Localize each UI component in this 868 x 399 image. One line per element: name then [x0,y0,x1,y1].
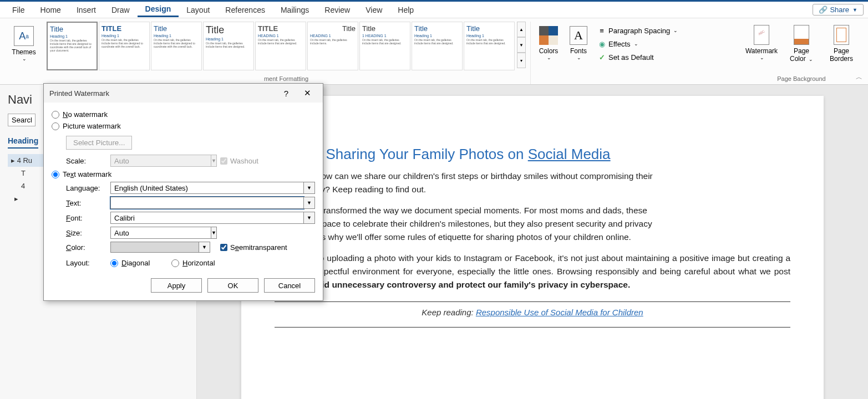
semitransparent-checkbox[interactable] [220,244,227,251]
gallery-expand[interactable]: ▾ [517,53,526,68]
dropdown-button[interactable]: ▼ [304,182,315,194]
horizontal-label: Horizontal [182,259,222,267]
themes-button[interactable]: Aa Themes ⌄ [10,22,38,62]
menu-review[interactable]: Review [317,3,358,17]
radio-input[interactable] [52,122,59,130]
dropdown-button: ▼ [211,155,217,167]
scale-input [110,155,211,167]
washout-label: Washout [230,157,270,165]
gallery-item[interactable]: TITLEHEADING 1On the insert tab, the gal… [255,22,306,70]
layout-label: Layout: [66,259,106,267]
apply-button[interactable]: Apply [151,278,202,293]
font-input[interactable] [110,212,304,224]
dialog-title: Printed Watermark [49,89,109,98]
size-input[interactable] [110,227,211,239]
radio-input[interactable] [52,111,59,119]
text-watermark-radio[interactable]: Text watermark [52,170,315,178]
menu-help[interactable]: Help [390,3,422,17]
menu-mailings[interactable]: Mailings [273,3,317,17]
fonts-label: Fonts [570,47,587,55]
font-combo[interactable]: ▼ [110,212,315,224]
gallery-item[interactable]: TITLEHeading 1On the insert tab, the gal… [99,22,150,70]
gallery-item[interactable]: TitleHeading 1On the insert tab, the gal… [464,22,515,70]
watermark-button[interactable]: ABC Watermark ⌄ [745,25,778,63]
gallery-item[interactable]: TitleHeading 1On the insert tab, the gal… [151,22,202,70]
share-button[interactable]: 🔗 Share ▼ [813,4,864,16]
scale-combo: ▼ [110,155,210,167]
dropdown-button[interactable]: ▼ [199,242,210,253]
nav-tab-headings[interactable]: Heading [8,136,38,149]
menu-design[interactable]: Design [138,2,179,17]
gallery-scroll-down[interactable]: ▼ [517,37,526,53]
keep-reading-line: Keep reading: Responsible Use of Social … [275,308,790,317]
page-borders-button[interactable]: Page Borders [825,25,858,63]
horizontal-radio[interactable]: Horizontal [171,259,222,267]
gallery-item[interactable]: Title1 HEADING 1On the insert tab, the g… [359,22,410,70]
set-as-default-button[interactable]: ✓Set as Default [595,52,680,63]
effects-button[interactable]: ◉Effects⌄ [595,38,680,49]
text-watermark-label: Text watermark [63,170,111,178]
document-paragraph: l media has transformed the way we docum… [275,204,790,244]
horizontal-rule [275,327,790,328]
watermark-icon: ABC [754,25,769,45]
gallery-scroll-up[interactable]: ▲ [517,22,526,37]
language-input[interactable] [110,182,304,194]
menu-draw[interactable]: Draw [104,3,138,17]
size-label: Size: [66,229,106,237]
menu-view[interactable]: View [358,3,390,17]
ok-button[interactable]: OK [207,278,258,293]
gallery-item[interactable]: TitleHeading 1On the insert tab, the gal… [47,22,98,70]
navigation-search[interactable] [8,114,35,126]
diagonal-radio[interactable]: Diagonal [110,259,161,267]
watermark-label: Watermark [745,47,778,55]
document-page[interactable]: ules for Sharing Your Family Photos on S… [241,96,824,399]
radio-input[interactable] [110,259,118,267]
page-color-icon [794,25,809,45]
colors-label: Colors [539,47,559,55]
language-combo[interactable]: ▼ [110,182,315,194]
dropdown-button[interactable]: ▼ [304,212,315,224]
text-combo[interactable]: ▼ [110,197,315,209]
dialog-help-button[interactable]: ? [276,85,296,101]
check-icon: ✓ [597,53,606,62]
scale-label: Scale: [66,157,106,165]
set-default-label: Set as Default [608,53,654,62]
dropdown-button[interactable]: ▼ [304,197,315,209]
chevron-down-icon: ⌄ [547,55,551,60]
picture-watermark-radio[interactable]: Picture watermark [52,122,315,130]
share-label: Share [830,6,849,14]
fonts-button[interactable]: A Fonts ⌄ [565,22,592,63]
document-paragraph: line post: How can we share our children… [275,170,790,196]
page-color-button[interactable]: Page Color ⌄ [785,25,818,63]
themes-label: Themes [12,48,35,56]
dialog-titlebar[interactable]: Printed Watermark ? ✕ [44,84,323,103]
menu-file[interactable]: File [4,3,33,17]
radio-input[interactable] [171,259,179,267]
text-label: Text: [66,199,106,207]
colors-button[interactable]: Colors ⌄ [535,22,562,63]
menu-layout[interactable]: Layout [179,3,217,17]
keep-reading-link[interactable]: Responsible Use of Social Media for Chil… [476,308,643,317]
gallery-item[interactable]: TitleHeading 1On the insert tab, the gal… [412,22,463,70]
menu-insert[interactable]: Insert [69,3,104,17]
dialog-close-button[interactable]: ✕ [297,85,317,101]
radio-input[interactable] [52,171,59,178]
paragraph-spacing-button[interactable]: ≡Paragraph Spacing⌄ [595,25,680,36]
size-combo[interactable]: ▼ [110,227,210,239]
gallery-item[interactable]: TitleHeading 1On the insert tab, the gal… [203,22,254,70]
color-swatch [110,242,199,253]
no-watermark-label: No watermark [63,110,108,119]
text-input[interactable] [110,197,304,209]
dropdown-button[interactable]: ▼ [211,227,217,239]
title-link[interactable]: Social Media [528,146,611,162]
menu-references[interactable]: References [217,3,273,17]
collapse-ribbon[interactable]: ︿ [856,73,862,82]
cancel-button[interactable]: Cancel [264,278,315,293]
menu-home[interactable]: Home [33,3,69,17]
share-icon: 🔗 [819,6,828,14]
color-combo[interactable]: ▼ [110,242,210,253]
font-label: Font: [66,214,106,222]
chevron-down-icon: ▼ [852,7,857,13]
gallery-item[interactable]: TitleHEADING 1On the insert tab, the gal… [307,22,358,70]
no-watermark-radio[interactable]: No watermark [52,110,315,119]
